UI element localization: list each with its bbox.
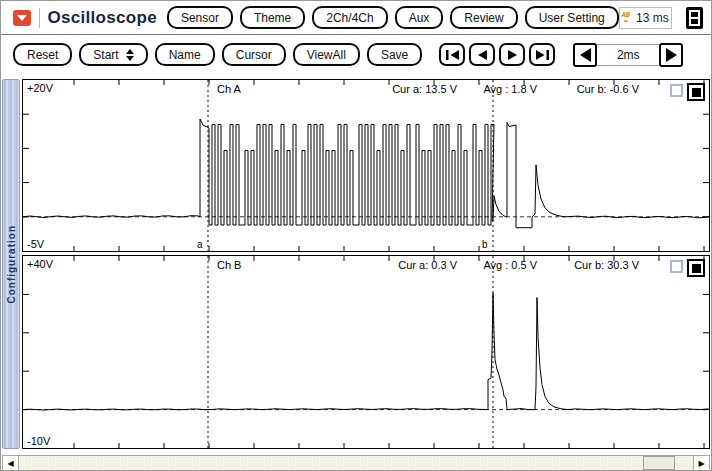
scrollbar-thumb[interactable] xyxy=(643,456,675,470)
step-back-button[interactable] xyxy=(469,43,495,66)
channel-b-waveform-canvas[interactable] xyxy=(23,256,709,448)
viewall-button[interactable]: ViewAll xyxy=(293,43,360,66)
configuration-tab[interactable]: Configuration xyxy=(2,79,20,449)
skip-start-icon xyxy=(446,50,459,60)
channel-b-visibility-checkbox[interactable] xyxy=(670,260,683,273)
start-button[interactable]: Start xyxy=(79,43,147,66)
scroll-left-button[interactable]: ◀ xyxy=(3,456,19,470)
step-forward-icon xyxy=(507,50,518,60)
cursor-time-display: AB ↔ 13 ms xyxy=(619,7,672,29)
step-forward-button[interactable] xyxy=(499,43,525,66)
timebase-increase-button[interactable] xyxy=(659,43,683,67)
reset-button[interactable]: Reset xyxy=(13,43,72,66)
name-button[interactable]: Name xyxy=(155,43,215,66)
configuration-tab-label: Configuration xyxy=(6,225,17,304)
playback-controls xyxy=(439,43,555,66)
swatch-fill xyxy=(692,88,701,97)
cursor-button[interactable]: Cursor xyxy=(222,43,286,66)
review-button[interactable]: Review xyxy=(450,6,517,29)
timebase-value: 2ms xyxy=(597,44,659,66)
channel-b-panel: +40V -10V Ch B Cur a: 0.3 V Avg : 0.5 V … xyxy=(22,255,710,449)
user-setting-button[interactable]: User Setting xyxy=(525,6,619,29)
skip-end-button[interactable] xyxy=(529,43,555,66)
timebase-selector: 2ms xyxy=(573,43,683,67)
stepper-icon xyxy=(126,49,134,61)
ab-cursor-icon: AB ↔ xyxy=(622,12,630,24)
toolbar-row-2: Reset Start Name Cursor ViewAll Save xyxy=(1,35,711,77)
save-button[interactable]: Save xyxy=(367,43,422,66)
skip-end-icon xyxy=(536,50,549,60)
menu-bar xyxy=(691,12,698,17)
swatch-fill xyxy=(692,264,701,273)
channel-a-visibility-checkbox[interactable] xyxy=(670,84,683,97)
scroll-right-button[interactable]: ▶ xyxy=(693,456,709,470)
step-back-icon xyxy=(477,50,488,60)
channel-mode-button[interactable]: 2Ch/4Ch xyxy=(312,6,387,29)
plot-area: +20V -5V Ch A Cur a: 13.5 V Avg : 1.8 V … xyxy=(22,79,710,449)
triangle-down-icon xyxy=(17,15,27,21)
menu-icon[interactable] xyxy=(686,7,703,29)
arrow-right-icon xyxy=(666,48,677,62)
start-button-label: Start xyxy=(93,48,118,62)
sensor-button[interactable]: Sensor xyxy=(167,6,233,29)
app-dropdown-icon[interactable] xyxy=(13,10,31,26)
oscilloscope-window: Oscilloscope Sensor Theme 2Ch/4Ch Aux Re… xyxy=(0,0,712,471)
menu-bar xyxy=(691,19,698,24)
page-title: Oscilloscope xyxy=(47,8,156,28)
channel-a-panel: +20V -5V Ch A Cur a: 13.5 V Avg : 1.8 V … xyxy=(22,79,710,252)
aux-button[interactable]: Aux xyxy=(395,6,444,29)
scrollbar-track[interactable] xyxy=(19,456,693,470)
channel-b-color-swatch[interactable] xyxy=(687,259,705,277)
toolbar-row-1: Oscilloscope Sensor Theme 2Ch/4Ch Aux Re… xyxy=(1,1,711,35)
cursor-delta-time: 13 ms xyxy=(636,11,669,25)
skip-start-button[interactable] xyxy=(439,43,465,66)
ab-icon-bottom: ↔ xyxy=(624,18,628,24)
main-area: Configuration +20V -5V Ch A Cur a: 13.5 … xyxy=(1,77,711,449)
theme-button[interactable]: Theme xyxy=(240,6,305,29)
channel-a-waveform-canvas[interactable] xyxy=(23,80,709,251)
channel-a-color-swatch[interactable] xyxy=(687,83,705,101)
horizontal-scrollbar: ◀ ▶ xyxy=(2,455,710,471)
timebase-decrease-button[interactable] xyxy=(573,43,597,67)
arrow-left-icon xyxy=(580,48,591,62)
